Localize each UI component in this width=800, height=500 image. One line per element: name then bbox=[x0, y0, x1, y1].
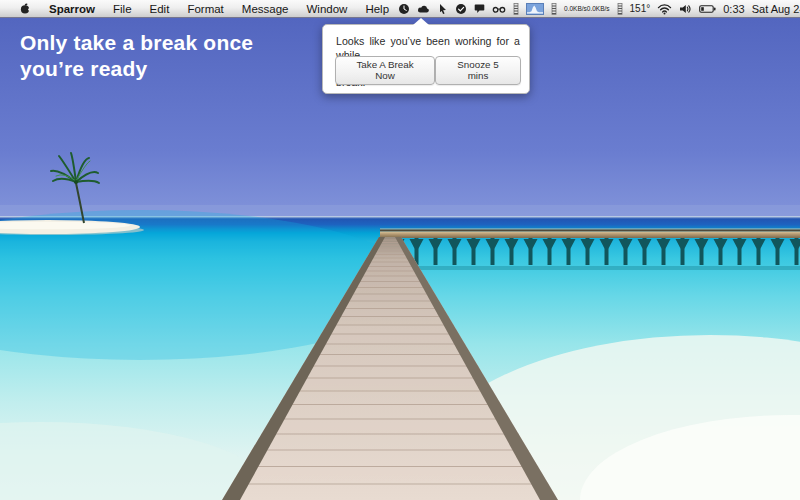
headline-line2: you’re ready bbox=[20, 56, 320, 82]
volume-icon bbox=[679, 3, 692, 15]
snooze-button[interactable]: Snooze 5 mins bbox=[435, 56, 521, 85]
checkmark-circle-icon bbox=[455, 3, 467, 15]
menu-window[interactable]: Window bbox=[297, 0, 356, 17]
menubar-menus: Sparrow File Edit Format Message Window … bbox=[0, 0, 398, 17]
cpu-histogram-icon bbox=[526, 3, 544, 15]
break-timer-clock-icon bbox=[398, 3, 410, 15]
wifi-menu-extra[interactable] bbox=[657, 0, 672, 17]
gauge-icon bbox=[617, 3, 623, 15]
check-menu-extra[interactable] bbox=[455, 0, 467, 17]
cursor-menu-extra[interactable] bbox=[437, 0, 448, 17]
desktop-headline: Only take a break once you’re ready bbox=[20, 30, 320, 82]
cpu-histogram-widget[interactable] bbox=[526, 0, 544, 17]
battery-icon bbox=[699, 3, 716, 15]
menu-message[interactable]: Message bbox=[233, 0, 298, 17]
battery-time-readout[interactable]: 0:33 bbox=[723, 0, 744, 17]
gauge-icon bbox=[513, 3, 519, 15]
apple-menu[interactable] bbox=[10, 0, 40, 17]
battery-menu-extra[interactable] bbox=[699, 0, 716, 17]
network-down-value: 0.0KB/s bbox=[587, 5, 610, 12]
cursor-icon bbox=[437, 3, 448, 15]
network-speed-readout[interactable]: 0.0KB/s 0.0KB/s bbox=[564, 0, 610, 17]
gauge-menu-extra-3[interactable] bbox=[617, 0, 623, 17]
menu-file[interactable]: File bbox=[104, 0, 141, 17]
volume-menu-extra[interactable] bbox=[679, 0, 692, 17]
cloud-menu-extra[interactable] bbox=[417, 0, 430, 17]
break-timer-menu-extra[interactable] bbox=[398, 0, 410, 17]
menu-sparrow[interactable]: Sparrow bbox=[40, 0, 104, 17]
menubar: Sparrow File Edit Format Message Window … bbox=[0, 0, 800, 18]
menu-format[interactable]: Format bbox=[178, 0, 232, 17]
network-up-value: 0.0KB/s bbox=[564, 5, 587, 12]
menubar-clock[interactable]: Sat Aug 24 05:45 PM bbox=[752, 0, 800, 17]
popup-buttons: Take A Break Now Snooze 5 mins bbox=[335, 56, 521, 85]
break-reminder-popup: Looks like you’ve been working for a whi… bbox=[322, 24, 530, 94]
gauge-menu-extra-2[interactable] bbox=[551, 0, 557, 17]
apple-logo-icon bbox=[19, 2, 31, 15]
temperature-readout[interactable]: 151° bbox=[630, 0, 651, 17]
cloud-icon bbox=[417, 3, 430, 15]
gauge-menu-extra-1[interactable] bbox=[513, 0, 519, 17]
glasses-icon bbox=[492, 3, 506, 15]
glasses-menu-extra[interactable] bbox=[492, 0, 506, 17]
popup-arrow bbox=[413, 18, 429, 25]
gauge-icon bbox=[551, 3, 557, 15]
chat-menu-extra[interactable] bbox=[474, 0, 485, 17]
menu-edit[interactable]: Edit bbox=[141, 0, 179, 17]
take-break-now-button[interactable]: Take A Break Now bbox=[335, 56, 435, 85]
menu-help[interactable]: Help bbox=[356, 0, 398, 17]
pier bbox=[380, 229, 800, 271]
menubar-status-area: 0.0KB/s 0.0KB/s 151° bbox=[398, 0, 800, 17]
wifi-icon bbox=[657, 3, 672, 15]
chat-bubble-icon bbox=[474, 3, 485, 15]
headline-line1: Only take a break once bbox=[20, 30, 320, 56]
